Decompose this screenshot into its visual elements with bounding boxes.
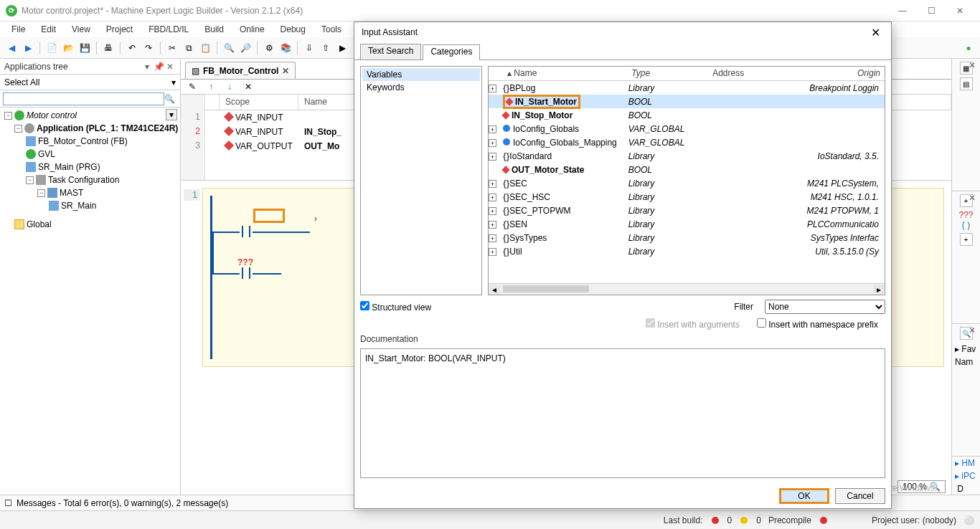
tab-text-search[interactable]: Text Search — [360, 44, 421, 59]
hm-label[interactable]: ▸ HM — [952, 457, 980, 470]
up-icon[interactable]: ↑ — [204, 80, 218, 94]
filter-select[interactable]: None — [765, 300, 885, 314]
editor-tab-fb[interactable]: ▧ FB_Motor_Control ✕ — [185, 62, 296, 79]
menu-view[interactable]: View — [65, 23, 98, 36]
open-icon[interactable]: 📂 — [61, 41, 75, 55]
variable-row[interactable]: +{}SysTypesLibrarySysTypes Interfac — [489, 231, 885, 244]
print-icon[interactable]: 🖶 — [101, 41, 116, 55]
pane-close-icon[interactable]: ✕ — [164, 61, 176, 72]
expand-icon[interactable]: + — [489, 248, 496, 256]
status-menu-icon[interactable]: ⚪ — [963, 515, 974, 525]
panel-close-icon[interactable]: ✕ — [969, 325, 979, 335]
panel-close-icon[interactable]: ✕ — [969, 193, 979, 203]
panel-button[interactable]: + — [960, 233, 973, 246]
category-variables[interactable]: Variables — [362, 68, 480, 81]
pane-dropdown-icon[interactable]: ▾ — [141, 61, 153, 72]
tree-application[interactable]: Application (PLC_1: TM241CE24R) — [37, 123, 178, 133]
start-icon[interactable]: ▶ — [335, 41, 349, 55]
variable-row[interactable]: +IoConfig_GlobalsVAR_GLOBAL — [489, 122, 885, 135]
ipc-label[interactable]: ▸ iPC — [952, 470, 980, 482]
structured-view-checkbox[interactable]: Structured view — [360, 301, 431, 313]
menu-fbdldil[interactable]: FBD/LD/IL — [141, 23, 196, 36]
tree-root[interactable]: Motor control — [27, 110, 77, 120]
paste-icon[interactable]: 📋 — [198, 41, 212, 55]
library-icon[interactable]: 📚 — [278, 41, 293, 55]
copy-icon[interactable]: ⧉ — [182, 41, 196, 55]
dialog-titlebar[interactable]: Input Assistant ✕ — [354, 22, 891, 42]
variable-row[interactable]: IN_Start_MotorBOOL — [489, 95, 885, 108]
tree-gvl[interactable]: GVL — [38, 149, 55, 159]
expand-icon[interactable]: + — [489, 180, 496, 188]
redo-icon[interactable]: ↷ — [141, 41, 156, 55]
close-button[interactable]: ✕ — [946, 1, 974, 21]
tab-close-icon[interactable]: ✕ — [282, 66, 289, 76]
variable-row[interactable]: +{}SECLibraryM241 PLCSystem, — [489, 176, 885, 190]
ok-button[interactable]: OK — [779, 488, 829, 504]
login-icon[interactable]: ⇩ — [302, 41, 316, 55]
menu-online[interactable]: Online — [232, 23, 272, 36]
applications-tree[interactable]: ▾ −Motor control −Application (PLC_1: TM… — [0, 108, 180, 495]
delete-icon[interactable]: ✕ — [241, 80, 255, 94]
expand-icon[interactable]: + — [489, 234, 496, 242]
contact[interactable] — [240, 267, 253, 279]
expand-icon[interactable]: + — [489, 139, 496, 147]
tree-search-input[interactable] — [3, 92, 164, 105]
tree-srmain-prg[interactable]: SR_Main (PRG) — [38, 162, 100, 172]
expand-icon[interactable]: + — [489, 85, 496, 92]
zoom-combo[interactable]: 100 %🔍 — [897, 480, 946, 493]
down-icon[interactable]: ↓ — [222, 80, 237, 94]
menu-debug[interactable]: Debug — [273, 23, 313, 36]
tree-taskcfg[interactable]: Task Configuration — [48, 175, 119, 185]
expand-icon[interactable]: − — [37, 189, 45, 197]
expand-icon[interactable]: − — [26, 176, 34, 184]
logout-icon[interactable]: ⇧ — [319, 41, 333, 55]
variable-row[interactable]: +{}IoStandardLibraryIoStandard, 3.5. — [489, 149, 885, 163]
menu-build[interactable]: Build — [197, 23, 231, 36]
expand-icon[interactable]: + — [489, 153, 496, 161]
variable-row[interactable]: OUT_Motor_StateBOOL — [489, 163, 885, 176]
category-list[interactable]: Variables Keywords — [360, 66, 482, 295]
cancel-button[interactable]: Cancel — [835, 488, 885, 504]
operand-edit-highlight[interactable] — [253, 209, 285, 223]
search-icon[interactable]: 🔍 — [164, 94, 177, 104]
menu-tools[interactable]: Tools — [314, 23, 349, 36]
find-icon[interactable]: 🔍 — [222, 41, 236, 55]
expand-icon[interactable]: − — [4, 112, 12, 120]
variable-row[interactable]: +{}SEC_PTOPWMLibraryM241 PTOPWM, 1 — [489, 204, 885, 217]
select-all-combo[interactable]: Select All▾ — [0, 75, 180, 90]
nav-fwd-icon[interactable]: ▶ — [21, 41, 35, 55]
pane-pin-icon[interactable]: 📌 — [153, 61, 164, 72]
new-icon[interactable]: 📄 — [44, 41, 59, 55]
menu-edit[interactable]: Edit — [34, 23, 63, 36]
tree-fb[interactable]: FB_Motor_Control (FB) — [38, 136, 128, 146]
scroll-right-icon[interactable]: ▸ — [873, 285, 885, 295]
cut-icon[interactable]: ✂ — [165, 41, 179, 55]
variable-row[interactable]: +{}SEC_HSCLibraryM241 HSC, 1.0.1. — [489, 190, 885, 204]
menu-file[interactable]: File — [4, 23, 32, 36]
menu-project[interactable]: Project — [99, 23, 140, 36]
tree-srmain[interactable]: SR_Main — [61, 201, 96, 211]
variable-row[interactable]: +{}UtilLibraryUtil, 3.5.15.0 (Sy — [489, 244, 885, 258]
insert-with-arguments-checkbox[interactable]: Insert with arguments — [646, 318, 740, 330]
variable-row[interactable]: +{}SENLibraryPLCCommunicatio — [489, 217, 885, 231]
tree-global[interactable]: Global — [27, 219, 52, 229]
scrollbar-thumb[interactable] — [503, 285, 589, 292]
expand-icon[interactable]: + — [489, 221, 496, 229]
minimize-button[interactable]: — — [888, 1, 917, 21]
maximize-button[interactable]: ☐ — [917, 1, 946, 21]
insert-with-namespace-checkbox[interactable]: Insert with namespace prefix — [757, 318, 878, 330]
d-label[interactable]: D — [952, 482, 980, 495]
variable-row[interactable]: +{}BPLogLibraryBreakpoint Loggin — [489, 81, 885, 95]
panel-button[interactable]: ▤ — [960, 77, 973, 90]
findnext-icon[interactable]: 🔎 — [238, 41, 253, 55]
variable-row[interactable]: +IoConfig_Globals_MappingVAR_GLOBAL — [489, 135, 885, 149]
dialog-close-icon[interactable]: ✕ — [867, 24, 884, 41]
undo-icon[interactable]: ↶ — [125, 41, 139, 55]
tab-categories[interactable]: Categories — [423, 44, 480, 60]
category-keywords[interactable]: Keywords — [362, 81, 480, 94]
variable-list-header[interactable]: ▴ Name Type Address Origin — [489, 67, 885, 81]
horizontal-scrollbar[interactable]: ◂ ▸ — [489, 283, 885, 295]
scroll-left-icon[interactable]: ◂ — [489, 285, 500, 295]
save-icon[interactable]: 💾 — [77, 41, 92, 55]
nav-back-icon[interactable]: ◀ — [4, 41, 19, 55]
